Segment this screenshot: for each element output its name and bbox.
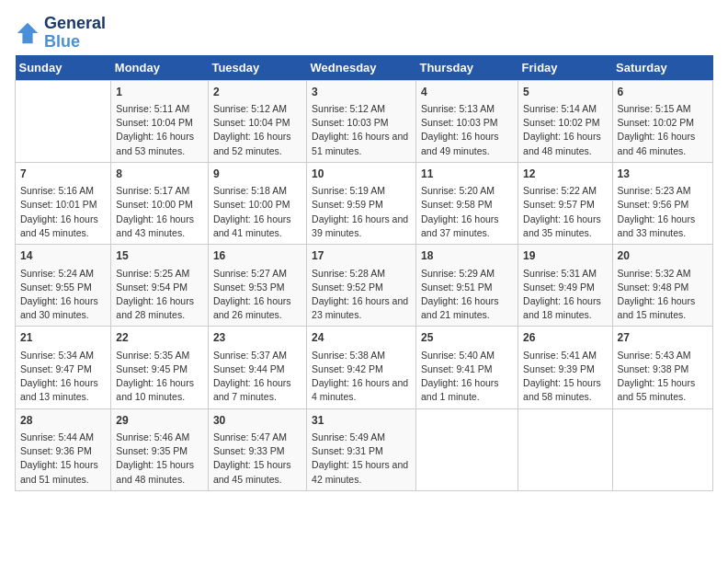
calendar-table: SundayMondayTuesdayWednesdayThursdayFrid… bbox=[15, 55, 713, 491]
day-info: Sunrise: 5:34 AMSunset: 9:47 PMDaylight:… bbox=[20, 349, 106, 405]
svg-marker-0 bbox=[17, 23, 38, 43]
calendar-week-2: 7 Sunrise: 5:16 AMSunset: 10:01 PMDaylig… bbox=[16, 162, 713, 244]
day-number: 7 bbox=[20, 167, 106, 182]
calendar-cell: 4 Sunrise: 5:13 AMSunset: 10:03 PMDaylig… bbox=[415, 80, 518, 162]
day-number: 18 bbox=[421, 248, 513, 264]
day-info: Sunrise: 5:37 AMSunset: 9:44 PMDaylight:… bbox=[213, 349, 301, 405]
calendar-header-row: SundayMondayTuesdayWednesdayThursdayFrid… bbox=[16, 55, 713, 81]
page-header: General Blue bbox=[15, 15, 713, 52]
calendar-cell: 12 Sunrise: 5:22 AMSunset: 9:57 PMDaylig… bbox=[518, 162, 613, 244]
day-info: Sunrise: 5:31 AMSunset: 9:49 PMDaylight:… bbox=[523, 267, 608, 323]
day-info: Sunrise: 5:24 AMSunset: 9:55 PMDaylight:… bbox=[20, 267, 106, 323]
day-info: Sunrise: 5:40 AMSunset: 9:41 PMDaylight:… bbox=[421, 349, 513, 405]
day-info: Sunrise: 5:22 AMSunset: 9:57 PMDaylight:… bbox=[523, 184, 608, 240]
calendar-cell: 31 Sunrise: 5:49 AMSunset: 9:31 PMDaylig… bbox=[307, 408, 416, 490]
day-number: 14 bbox=[20, 248, 106, 264]
day-number: 30 bbox=[213, 413, 301, 429]
logo-text: General Blue bbox=[44, 15, 106, 52]
day-info: Sunrise: 5:28 AMSunset: 9:52 PMDaylight:… bbox=[312, 267, 411, 323]
day-number: 25 bbox=[421, 330, 513, 346]
day-info: Sunrise: 5:46 AMSunset: 9:35 PMDaylight:… bbox=[116, 431, 203, 487]
day-number: 4 bbox=[421, 85, 513, 100]
day-number: 15 bbox=[116, 248, 203, 264]
day-number: 16 bbox=[213, 248, 301, 264]
calendar-cell bbox=[612, 408, 712, 490]
calendar-cell: 16 Sunrise: 5:27 AMSunset: 9:53 PMDaylig… bbox=[208, 245, 306, 327]
calendar-cell bbox=[415, 408, 518, 490]
calendar-cell: 23 Sunrise: 5:37 AMSunset: 9:44 PMDaylig… bbox=[208, 327, 306, 408]
calendar-cell: 18 Sunrise: 5:29 AMSunset: 9:51 PMDaylig… bbox=[415, 245, 518, 327]
day-number: 23 bbox=[213, 330, 301, 346]
header-cell-tuesday: Tuesday bbox=[208, 55, 306, 81]
day-info: Sunrise: 5:12 AMSunset: 10:03 PMDaylight… bbox=[312, 102, 411, 158]
day-info: Sunrise: 5:17 AMSunset: 10:00 PMDaylight… bbox=[116, 184, 203, 240]
calendar-cell: 5 Sunrise: 5:14 AMSunset: 10:02 PMDaylig… bbox=[518, 80, 613, 162]
day-info: Sunrise: 5:18 AMSunset: 10:00 PMDaylight… bbox=[213, 184, 301, 240]
day-info: Sunrise: 5:27 AMSunset: 9:53 PMDaylight:… bbox=[213, 267, 301, 323]
day-info: Sunrise: 5:41 AMSunset: 9:39 PMDaylight:… bbox=[523, 349, 608, 405]
calendar-cell: 30 Sunrise: 5:47 AMSunset: 9:33 PMDaylig… bbox=[208, 408, 306, 490]
calendar-week-5: 28 Sunrise: 5:44 AMSunset: 9:36 PMDaylig… bbox=[16, 408, 713, 490]
calendar-cell: 17 Sunrise: 5:28 AMSunset: 9:52 PMDaylig… bbox=[307, 245, 416, 327]
day-info: Sunrise: 5:15 AMSunset: 10:02 PMDaylight… bbox=[618, 102, 708, 158]
day-info: Sunrise: 5:13 AMSunset: 10:03 PMDaylight… bbox=[421, 102, 513, 158]
day-number: 1 bbox=[116, 85, 203, 100]
calendar-cell: 20 Sunrise: 5:32 AMSunset: 9:48 PMDaylig… bbox=[612, 245, 712, 327]
calendar-cell bbox=[518, 408, 613, 490]
day-number: 29 bbox=[116, 413, 203, 429]
calendar-cell: 15 Sunrise: 5:25 AMSunset: 9:54 PMDaylig… bbox=[111, 245, 209, 327]
logo-icon bbox=[15, 20, 40, 46]
calendar-cell: 29 Sunrise: 5:46 AMSunset: 9:35 PMDaylig… bbox=[111, 408, 209, 490]
day-info: Sunrise: 5:14 AMSunset: 10:02 PMDaylight… bbox=[523, 102, 608, 158]
day-number: 26 bbox=[523, 330, 608, 346]
day-number: 13 bbox=[618, 167, 708, 182]
calendar-week-1: 1 Sunrise: 5:11 AMSunset: 10:04 PMDaylig… bbox=[16, 80, 713, 162]
calendar-cell: 2 Sunrise: 5:12 AMSunset: 10:04 PMDaylig… bbox=[208, 80, 306, 162]
calendar-cell: 25 Sunrise: 5:40 AMSunset: 9:41 PMDaylig… bbox=[415, 327, 518, 408]
day-info: Sunrise: 5:29 AMSunset: 9:51 PMDaylight:… bbox=[421, 267, 513, 323]
day-info: Sunrise: 5:43 AMSunset: 9:38 PMDaylight:… bbox=[618, 349, 708, 405]
calendar-cell: 26 Sunrise: 5:41 AMSunset: 9:39 PMDaylig… bbox=[518, 327, 613, 408]
calendar-week-3: 14 Sunrise: 5:24 AMSunset: 9:55 PMDaylig… bbox=[16, 245, 713, 327]
calendar-cell: 19 Sunrise: 5:31 AMSunset: 9:49 PMDaylig… bbox=[518, 245, 613, 327]
calendar-cell: 14 Sunrise: 5:24 AMSunset: 9:55 PMDaylig… bbox=[16, 245, 111, 327]
header-cell-saturday: Saturday bbox=[612, 55, 712, 81]
day-number: 6 bbox=[618, 85, 708, 100]
day-number: 20 bbox=[618, 248, 708, 264]
day-number: 28 bbox=[20, 413, 106, 429]
calendar-cell: 8 Sunrise: 5:17 AMSunset: 10:00 PMDaylig… bbox=[111, 162, 209, 244]
day-number: 11 bbox=[421, 167, 513, 182]
header-cell-wednesday: Wednesday bbox=[307, 55, 416, 81]
day-info: Sunrise: 5:19 AMSunset: 9:59 PMDaylight:… bbox=[312, 184, 411, 240]
calendar-cell: 24 Sunrise: 5:38 AMSunset: 9:42 PMDaylig… bbox=[307, 327, 416, 408]
calendar-cell: 13 Sunrise: 5:23 AMSunset: 9:56 PMDaylig… bbox=[612, 162, 712, 244]
day-info: Sunrise: 5:32 AMSunset: 9:48 PMDaylight:… bbox=[618, 267, 708, 323]
day-info: Sunrise: 5:16 AMSunset: 10:01 PMDaylight… bbox=[20, 184, 106, 240]
calendar-cell: 1 Sunrise: 5:11 AMSunset: 10:04 PMDaylig… bbox=[111, 80, 209, 162]
day-info: Sunrise: 5:38 AMSunset: 9:42 PMDaylight:… bbox=[312, 349, 411, 405]
day-number: 3 bbox=[312, 85, 411, 100]
calendar-cell: 9 Sunrise: 5:18 AMSunset: 10:00 PMDaylig… bbox=[208, 162, 306, 244]
calendar-cell: 28 Sunrise: 5:44 AMSunset: 9:36 PMDaylig… bbox=[16, 408, 111, 490]
day-number: 8 bbox=[116, 167, 203, 182]
calendar-cell bbox=[16, 80, 111, 162]
day-info: Sunrise: 5:12 AMSunset: 10:04 PMDaylight… bbox=[213, 102, 301, 158]
day-number: 31 bbox=[312, 413, 411, 429]
day-number: 12 bbox=[523, 167, 608, 182]
header-cell-friday: Friday bbox=[518, 55, 613, 81]
day-number: 10 bbox=[312, 167, 411, 182]
calendar-cell: 3 Sunrise: 5:12 AMSunset: 10:03 PMDaylig… bbox=[307, 80, 416, 162]
day-info: Sunrise: 5:35 AMSunset: 9:45 PMDaylight:… bbox=[116, 349, 203, 405]
day-number: 2 bbox=[213, 85, 301, 100]
logo: General Blue bbox=[15, 15, 106, 52]
calendar-cell: 27 Sunrise: 5:43 AMSunset: 9:38 PMDaylig… bbox=[612, 327, 712, 408]
day-info: Sunrise: 5:25 AMSunset: 9:54 PMDaylight:… bbox=[116, 267, 203, 323]
day-info: Sunrise: 5:44 AMSunset: 9:36 PMDaylight:… bbox=[20, 431, 106, 487]
calendar-cell: 22 Sunrise: 5:35 AMSunset: 9:45 PMDaylig… bbox=[111, 327, 209, 408]
calendar-cell: 21 Sunrise: 5:34 AMSunset: 9:47 PMDaylig… bbox=[16, 327, 111, 408]
day-info: Sunrise: 5:20 AMSunset: 9:58 PMDaylight:… bbox=[421, 184, 513, 240]
day-info: Sunrise: 5:23 AMSunset: 9:56 PMDaylight:… bbox=[618, 184, 708, 240]
header-cell-sunday: Sunday bbox=[16, 55, 111, 81]
day-info: Sunrise: 5:11 AMSunset: 10:04 PMDaylight… bbox=[116, 102, 203, 158]
calendar-week-4: 21 Sunrise: 5:34 AMSunset: 9:47 PMDaylig… bbox=[16, 327, 713, 408]
